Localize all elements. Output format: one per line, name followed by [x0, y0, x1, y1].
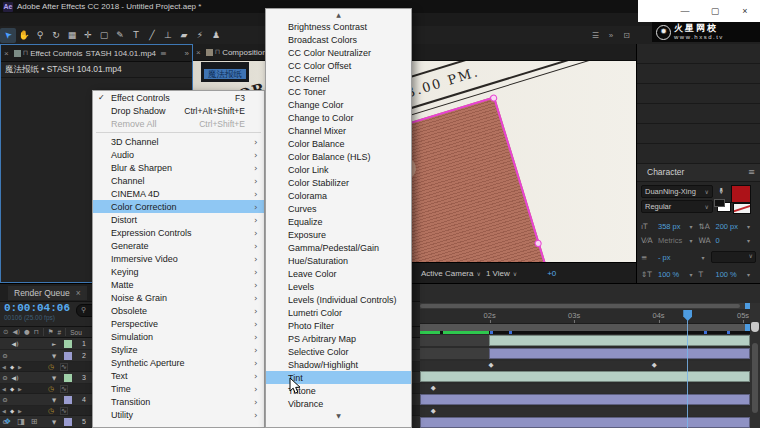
selection-tool[interactable]: ➤	[0, 28, 16, 43]
effect-menu-item[interactable]: Perspective ›	[93, 317, 264, 330]
submenu-item[interactable]: PS Arbitrary Map	[266, 332, 411, 345]
audio-column-icon[interactable]: ◀)	[12, 328, 20, 336]
sync-settings-icon[interactable]: ⊡	[623, 31, 630, 40]
effect-menu-item[interactable]: Transition ›	[93, 395, 264, 408]
composition-tab[interactable]: Composition	[222, 48, 266, 57]
time-ruler[interactable]: 02s03s04s05s	[420, 310, 750, 324]
effect-menu-item[interactable]: Noise & Grain ›	[93, 291, 264, 304]
label-swatch[interactable]	[64, 396, 72, 404]
horizontal-scale-value[interactable]: 100 %	[716, 270, 748, 279]
workspace-menu-icon[interactable]: ☰	[592, 31, 599, 40]
panel-overflow-icon[interactable]: »	[185, 49, 192, 58]
brush-tool[interactable]: ╱	[144, 28, 160, 43]
next-keyframe-icon[interactable]: ▶	[16, 386, 24, 392]
audio-icon[interactable]: ◀)	[10, 340, 20, 347]
panel-menu-icon[interactable]: ≡	[748, 164, 755, 181]
layer-duration-bar[interactable]	[420, 394, 750, 405]
effect-menu-item[interactable]: 3D Channel ›	[93, 135, 264, 148]
clone-stamp-tool[interactable]: ⊥	[160, 28, 176, 43]
submenu-item[interactable]: Equalize	[266, 215, 411, 228]
current-timecode[interactable]: 0:00:04:06	[4, 302, 70, 314]
audio-icon[interactable]: ◀)	[10, 374, 20, 381]
submenu-item[interactable]: Curves	[266, 202, 411, 215]
maximize-button[interactable]: ▢	[700, 1, 730, 21]
submenu-item[interactable]: Colorama	[266, 189, 411, 202]
label-swatch[interactable]	[64, 340, 72, 348]
dropdown-arrow-icon[interactable]: ▾	[702, 254, 711, 261]
layer-switches-icon[interactable]: ❖	[4, 417, 11, 426]
timeline-tracks-area[interactable]: 02s03s04s05s ◆◆◆◆	[420, 283, 760, 428]
panel-menu-icon[interactable]: ≡	[160, 49, 167, 58]
view-popup[interactable]: Active Camera∨	[421, 269, 481, 278]
stopwatch-icon[interactable]: ◷	[48, 385, 54, 393]
work-area-shield-icon[interactable]	[751, 322, 759, 332]
timeline-horizontal-scrollbar[interactable]	[420, 303, 750, 309]
keyframe-icon[interactable]: ◆	[8, 386, 16, 392]
submenu-item[interactable]: CC Kernel	[266, 72, 411, 85]
effect-menu-item[interactable]: Expression Controls ›	[93, 226, 264, 239]
character-panel-header[interactable]: Character ≡	[637, 164, 760, 182]
effect-menu-item[interactable]: Utility ›	[93, 408, 264, 421]
type-tool[interactable]: T	[128, 28, 144, 43]
scrollbar-thumb[interactable]	[420, 304, 740, 308]
effect-controls-tab[interactable]: Effect Controls	[30, 49, 82, 58]
graph-icon[interactable]: ∿	[60, 363, 68, 371]
keyframe-icon[interactable]: ◆	[8, 364, 16, 370]
dropdown-arrow-icon[interactable]: ▾	[690, 223, 699, 230]
sidebar-panel-header[interactable]	[637, 124, 760, 144]
solo-column-icon[interactable]: ●	[24, 328, 30, 336]
next-keyframe-icon[interactable]: ▶	[16, 408, 24, 414]
sidebar-panel-header[interactable]	[637, 84, 760, 104]
selection-handle[interactable]	[489, 94, 498, 103]
sidebar-panel-header[interactable]	[637, 104, 760, 124]
eye-icon[interactable]: ⊙	[0, 396, 10, 403]
submenu-item[interactable]: Channel Mixer	[266, 124, 411, 137]
effect-menu-item[interactable]: Synthetic Aperture ›	[93, 356, 264, 369]
submenu-item[interactable]: Change to Color	[266, 111, 411, 124]
sidebar-panel-header[interactable]	[637, 64, 760, 84]
twirl-icon[interactable]: ▼	[52, 419, 62, 425]
submenu-item[interactable]: Selective Color	[266, 345, 411, 358]
submenu-item[interactable]: Leave Color	[266, 267, 411, 280]
effect-menu-item[interactable]: Channel ›	[93, 174, 264, 187]
fill-color-swatch[interactable]	[731, 185, 751, 203]
in-out-stretch-icon[interactable]: ⊞	[31, 417, 38, 426]
font-style-select[interactable]: Regular∨	[641, 200, 713, 213]
keyframe-icon[interactable]: ◆	[8, 408, 16, 414]
eye-icon[interactable]: ⊙	[0, 352, 10, 359]
effect-menu-item[interactable]: Obsolete ›	[93, 304, 264, 317]
effect-menu-item[interactable]: ✓ Effect Controls F3	[93, 91, 264, 104]
stroke-style-select[interactable]: ∨	[711, 251, 757, 263]
keyframe-diamond[interactable]: ◆	[431, 384, 436, 393]
work-area-bar[interactable]	[420, 324, 750, 331]
roto-brush-tool[interactable]: ⚡	[192, 28, 208, 43]
eyedropper-icon[interactable]: ✒	[716, 187, 726, 195]
playhead-line[interactable]	[687, 310, 688, 428]
font-family-select[interactable]: DuanNing-Xing∨	[641, 185, 713, 198]
effect-menu-item[interactable]: Generate ›	[93, 239, 264, 252]
submenu-item[interactable]: Levels	[266, 280, 411, 293]
camera-tool[interactable]: ▦	[64, 28, 80, 43]
twirl-icon[interactable]: ▼	[52, 375, 62, 381]
leading-value[interactable]: 200 px	[716, 222, 748, 231]
sidebar-panel-header[interactable]	[637, 144, 760, 164]
effect-menu-item[interactable]: Stylize ›	[93, 343, 264, 356]
tracking-value[interactable]: 0	[716, 236, 748, 245]
effect-menu-item[interactable]: Simulation ›	[93, 330, 264, 343]
eraser-tool[interactable]: ▰	[176, 28, 192, 43]
comp-name-chip[interactable]: 魔法报纸	[204, 69, 246, 79]
label-swatch[interactable]	[64, 352, 72, 360]
submenu-item[interactable]: Exposure	[266, 228, 411, 241]
no-color-swatch[interactable]	[733, 203, 751, 214]
submenu-item[interactable]: Photo Filter	[266, 319, 411, 332]
keyframe-diamond[interactable]: ◆	[488, 361, 493, 370]
twirl-icon[interactable]: ▼	[52, 353, 62, 359]
effect-menu-item[interactable]: Distort ›	[93, 213, 264, 226]
submenu-item[interactable]: Tint	[266, 371, 411, 384]
submenu-item[interactable]: Levels (Individual Controls)	[266, 293, 411, 306]
close-icon[interactable]: ×	[1, 49, 12, 58]
zoom-tool[interactable]: ⚲	[32, 28, 48, 43]
dropdown-arrow-icon[interactable]: ▾	[747, 271, 756, 278]
pen-tool[interactable]: ✎	[112, 28, 128, 43]
prev-keyframe-icon[interactable]: ◀	[0, 386, 8, 392]
